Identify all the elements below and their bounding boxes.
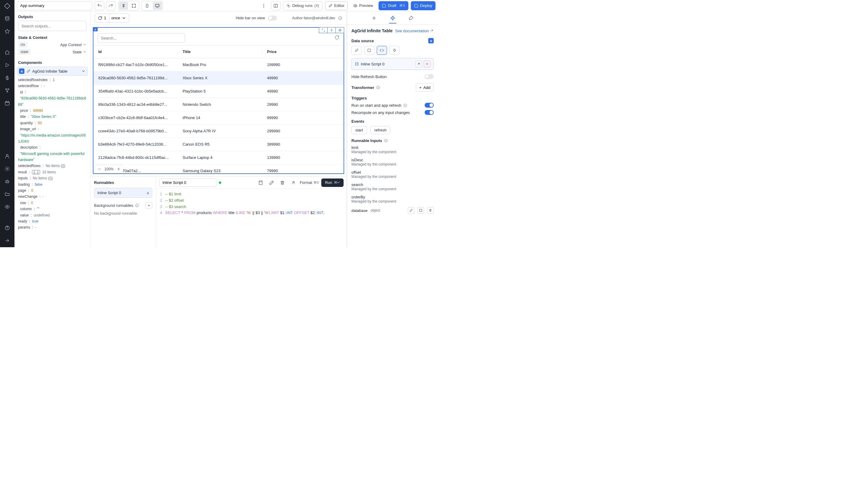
hide-bar-toggle[interactable] bbox=[268, 16, 277, 21]
add-transformer-button[interactable]: +Add bbox=[416, 83, 434, 92]
molecule-icon[interactable] bbox=[4, 87, 11, 94]
dollar-icon[interactable] bbox=[4, 74, 11, 82]
expand-icon[interactable] bbox=[289, 179, 298, 187]
event-start[interactable]: start bbox=[351, 126, 367, 134]
draft-button[interactable]: Draft⌘S bbox=[378, 1, 408, 10]
state-select[interactable]: State bbox=[73, 50, 87, 54]
mobile-button[interactable] bbox=[143, 2, 152, 10]
no-bg-label: No background runnable bbox=[94, 211, 152, 216]
undo-button[interactable] bbox=[95, 1, 104, 10]
remove-script-button[interactable] bbox=[424, 61, 430, 67]
db-plug-button[interactable] bbox=[427, 207, 434, 214]
event-refresh[interactable]: refresh bbox=[370, 126, 390, 134]
eye-icon[interactable] bbox=[4, 203, 11, 210]
add-bg-runnable-button[interactable]: + bbox=[146, 202, 152, 209]
logo-icon[interactable] bbox=[4, 2, 11, 10]
table: Id Title Price f991898d-cb27-4ac7-b10c-0… bbox=[93, 45, 344, 176]
redo-button[interactable] bbox=[106, 1, 116, 10]
run-mode-select[interactable]: once bbox=[110, 13, 129, 23]
svg-point-15 bbox=[264, 5, 264, 6]
runnable-item[interactable]: Inline Script 0a bbox=[94, 188, 152, 198]
plug-ds-button[interactable] bbox=[390, 46, 400, 55]
zoom-in-button[interactable]: + bbox=[117, 166, 120, 172]
table-row[interactable]: ccee43dc-27e0-40a8-b768-b09579b0...Sony … bbox=[93, 124, 344, 138]
deploy-button[interactable]: Deploy bbox=[411, 1, 435, 10]
info-icon[interactable] bbox=[384, 139, 388, 143]
edit-ds-button[interactable] bbox=[351, 46, 362, 55]
col-id[interactable]: Id bbox=[93, 50, 178, 54]
panel-icon[interactable] bbox=[271, 1, 281, 10]
collapse-icon[interactable] bbox=[4, 237, 11, 244]
table-row[interactable]: c303bce7-cb2e-42c6-8fdf-6aa01fc4e4...iPh… bbox=[93, 111, 344, 124]
component-item[interactable]: a AgGrid Infinite Table bbox=[17, 67, 88, 76]
database-icon[interactable] bbox=[4, 15, 11, 22]
preview-button[interactable]: Preview bbox=[350, 1, 376, 10]
info-icon[interactable] bbox=[403, 103, 407, 107]
open-script-button[interactable] bbox=[415, 61, 422, 67]
folder-icon[interactable] bbox=[4, 190, 11, 198]
table-row[interactable]: 829ca080-5630-4562-9d5e-7611199d...Xbox … bbox=[93, 71, 344, 85]
inline-script-chip[interactable]: Inline Script 0 bbox=[351, 58, 434, 70]
db-json-button[interactable] bbox=[417, 207, 424, 214]
more-icon[interactable] bbox=[259, 1, 269, 10]
move-handle[interactable] bbox=[336, 27, 344, 33]
left-rail bbox=[0, 0, 14, 247]
app-context-select[interactable]: App Context bbox=[60, 42, 87, 47]
components-heading: Components bbox=[14, 59, 90, 67]
col-title[interactable]: Title bbox=[178, 50, 262, 54]
trigger-start-toggle[interactable] bbox=[425, 103, 434, 108]
device-group bbox=[142, 1, 163, 10]
db-edit-button[interactable] bbox=[408, 207, 414, 214]
table-row[interactable]: b3e864c8-7fe3-4270-89e9-54c12038...Canon… bbox=[93, 138, 344, 151]
gear-icon[interactable] bbox=[4, 165, 11, 173]
table-row[interactable]: 2128adca-7fc6-44bd-800c-dc115df6ac...Sur… bbox=[93, 151, 344, 164]
align-center-button[interactable] bbox=[119, 2, 128, 10]
zoom-out-button[interactable]: − bbox=[98, 166, 101, 172]
bot-icon[interactable] bbox=[4, 178, 11, 185]
tab-component[interactable] bbox=[389, 16, 396, 24]
expand-button[interactable] bbox=[129, 2, 138, 10]
anchor-handle[interactable] bbox=[327, 27, 336, 33]
info-icon[interactable] bbox=[338, 16, 342, 20]
refresh-all-button[interactable]: 1 bbox=[95, 13, 110, 23]
table-refresh-icon[interactable] bbox=[335, 35, 339, 41]
play-icon[interactable] bbox=[4, 61, 11, 69]
info-icon[interactable] bbox=[135, 204, 139, 207]
table-row[interactable]: 89c0a336-1343-4812-ac34-e4bb8e27...Ninte… bbox=[93, 98, 344, 111]
table-row[interactable]: f991898d-cb27-4ac7-b10c-0b9050ce1...MacB… bbox=[93, 58, 344, 71]
doc-link[interactable]: See documentation bbox=[395, 29, 434, 33]
code-ds-button[interactable] bbox=[377, 46, 387, 55]
tab-style[interactable] bbox=[408, 14, 415, 22]
wand-icon[interactable] bbox=[267, 179, 276, 187]
user-icon[interactable] bbox=[4, 153, 11, 160]
trigger-inputs-toggle[interactable] bbox=[425, 110, 434, 115]
ctx-chip[interactable]: ctx bbox=[18, 41, 27, 48]
code-editor[interactable]: 1234 -- $1 limit-- $2 offset-- $3 search… bbox=[156, 189, 347, 247]
table-search-input[interactable] bbox=[98, 33, 185, 43]
desktop-button[interactable] bbox=[153, 2, 162, 10]
state-chip[interactable]: state bbox=[18, 49, 31, 55]
json-ds-button[interactable] bbox=[364, 46, 374, 55]
debug-runs-button[interactable]: Debug runs(4) bbox=[283, 1, 322, 10]
table-row[interactable]: 4c83-8022-5e70a07a2...Samsung Galaxy S23… bbox=[93, 164, 344, 176]
outputs-heading: Outputs bbox=[14, 11, 90, 21]
fullscreen-handle[interactable] bbox=[319, 27, 327, 33]
app-title-input[interactable] bbox=[17, 1, 92, 10]
star-icon[interactable] bbox=[4, 28, 11, 35]
col-price[interactable]: Price bbox=[262, 50, 344, 54]
info-icon[interactable] bbox=[376, 86, 380, 90]
script-name-input[interactable] bbox=[159, 179, 216, 187]
trash-icon[interactable] bbox=[278, 179, 287, 187]
format-button[interactable]: Format⌘S bbox=[300, 180, 319, 185]
db-icon[interactable] bbox=[256, 179, 265, 187]
hide-refresh-toggle[interactable] bbox=[425, 74, 434, 79]
help-icon[interactable] bbox=[4, 224, 11, 232]
component-frame[interactable]: a Id Title Price bbox=[93, 27, 344, 174]
search-outputs-input[interactable] bbox=[18, 21, 87, 31]
home-icon[interactable] bbox=[4, 49, 11, 56]
table-row[interactable]: 354f6afd-43ac-4321-b1bc-0b5e5adcb...Play… bbox=[93, 85, 344, 98]
calendar-icon[interactable] bbox=[4, 99, 11, 107]
editor-button[interactable]: Editor bbox=[325, 1, 348, 10]
run-button[interactable]: Run⌘↵ bbox=[321, 179, 344, 187]
tab-add[interactable] bbox=[370, 14, 378, 22]
